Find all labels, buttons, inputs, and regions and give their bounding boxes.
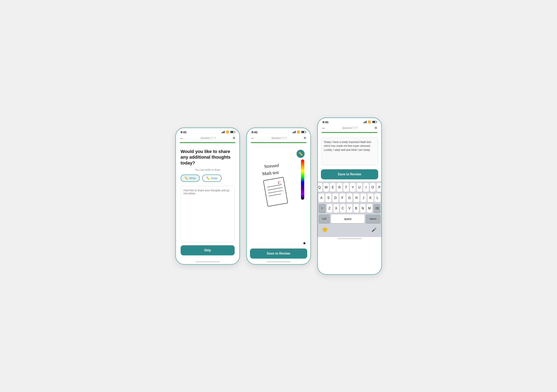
phone-1: 9:41 📶 ← Question 7 / 7 ✕: [175, 128, 240, 265]
key-e[interactable]: E: [330, 183, 336, 192]
back-button-2[interactable]: ←: [251, 136, 255, 140]
close-button-1[interactable]: ✕: [232, 136, 236, 140]
save-btn-container: Save to Review: [318, 167, 381, 181]
status-bar-1: 9:41 📶: [176, 128, 239, 135]
key-f[interactable]: F: [339, 194, 345, 202]
progress-bar-1: [176, 142, 239, 146]
status-icons-2: 📶: [292, 131, 306, 133]
wifi-icon-3: 📶: [368, 121, 371, 123]
keyboard: Q W E R T Y U I O P A S D F G H J K: [318, 181, 381, 237]
key-n[interactable]: N: [360, 204, 366, 213]
close-button-3[interactable]: ✕: [374, 126, 377, 130]
back-button-3[interactable]: ←: [322, 126, 326, 131]
key-b[interactable]: B: [353, 204, 359, 213]
key-d[interactable]: D: [332, 194, 338, 202]
skip-button[interactable]: Skip: [181, 245, 235, 255]
signal-icon-2: [292, 131, 296, 133]
draw-canvas[interactable]: ✏️ Stressed Math test: [250, 147, 307, 245]
draw-button[interactable]: ✏️ Draw: [202, 175, 221, 182]
paper-drawing: C: [263, 177, 288, 206]
key-h[interactable]: H: [353, 194, 360, 202]
nav-title-3: Question 7 / 7: [343, 127, 358, 129]
key-g[interactable]: G: [346, 194, 352, 202]
thoughts-input[interactable]: [181, 186, 235, 242]
key-a[interactable]: A: [318, 194, 324, 202]
save-review-button-2[interactable]: Save to Review: [250, 248, 307, 259]
home-indicator-2: [267, 261, 291, 262]
drawing-svg: Stressed Math test C: [254, 155, 299, 208]
status-time-2: 9:41: [252, 131, 258, 134]
key-w[interactable]: W: [323, 183, 329, 192]
key-i[interactable]: I: [363, 183, 369, 192]
key-q[interactable]: Q: [317, 183, 323, 192]
keyboard-extras-row: 🙂 🎤: [319, 225, 381, 236]
close-button-2[interactable]: ✕: [303, 136, 306, 140]
save-review-button-3[interactable]: Save to Review: [321, 169, 378, 179]
key-l[interactable]: L: [375, 194, 381, 202]
battery-icon-1: [230, 131, 235, 133]
key-x[interactable]: X: [333, 204, 339, 213]
key-s[interactable]: S: [325, 194, 331, 202]
key-t[interactable]: T: [343, 183, 349, 192]
phone-2-bottom: Save to Review: [247, 246, 311, 260]
keyboard-row-2: A S D F G H J K L: [319, 194, 381, 202]
nav-bar-1: ← Question 7 / 7 ✕: [176, 135, 239, 142]
phone-2: 9:41 📶 ← Question 7 / 7 ✕: [246, 128, 311, 265]
key-y[interactable]: Y: [350, 183, 356, 192]
shift-key[interactable]: ⇧: [319, 204, 326, 213]
space-key[interactable]: space: [331, 214, 364, 223]
screens-container: 9:41 📶 ← Question 7 / 7 ✕: [175, 117, 382, 275]
status-icons-1: 📶: [221, 131, 235, 133]
phone-3: 9:41 📶 ← Question 7 / 7 ✕: [317, 117, 382, 275]
write-icon: ✏️: [185, 177, 188, 180]
back-button-1[interactable]: ←: [180, 136, 184, 140]
battery-icon-2: [301, 131, 306, 133]
phone-1-content: Would you like to share any additional t…: [176, 146, 239, 260]
wifi-icon-2: 📶: [297, 131, 300, 133]
write-button[interactable]: ✏️ Write: [181, 175, 200, 182]
emoji-key[interactable]: 🙂: [321, 226, 329, 234]
mode-buttons: ✏️ Write ✏️ Draw: [181, 175, 235, 182]
status-icons-3: 📶: [363, 121, 377, 123]
key-m[interactable]: M: [367, 204, 372, 213]
return-key[interactable]: return: [366, 214, 381, 223]
key-r[interactable]: R: [337, 183, 342, 192]
battery-icon-3: [372, 121, 377, 123]
signal-icon-1: [221, 131, 225, 133]
mic-key[interactable]: 🎤: [370, 226, 378, 234]
wifi-icon-1: 📶: [226, 131, 229, 133]
key-z[interactable]: Z: [327, 204, 332, 213]
key-k[interactable]: K: [368, 194, 374, 202]
text-input-area[interactable]: Today I have a really important Math tes…: [321, 137, 378, 165]
status-bar-2: 9:41 📶: [247, 128, 311, 135]
status-time-3: 9:41: [323, 120, 328, 124]
nav-title-1: Question 7 / 7: [201, 137, 216, 139]
draw-label: Draw: [211, 177, 218, 180]
nav-bar-3: ← Question 7 / 7 ✕: [318, 125, 381, 132]
color-dot: [303, 242, 305, 244]
key-p[interactable]: P: [377, 183, 382, 192]
key-o[interactable]: O: [370, 183, 376, 192]
write-label: Write: [189, 177, 196, 180]
keyboard-row-4: 123 space return: [319, 214, 381, 223]
signal-icon-3: [363, 121, 367, 123]
home-indicator-3: [337, 238, 362, 239]
backspace-key[interactable]: ⌫: [373, 204, 381, 213]
key-j[interactable]: J: [360, 194, 367, 202]
progress-bar-2: [247, 142, 311, 146]
key-u[interactable]: U: [357, 183, 362, 192]
keyboard-row-3: ⇧ Z X C V B N M ⌫: [319, 204, 381, 213]
question-subtitle-1: You can write or draw: [181, 168, 235, 171]
nav-title-2: Question 7 / 7: [271, 137, 287, 139]
nav-bar-2: ← Question 7 / 7 ✕: [247, 135, 311, 142]
status-time-1: 9:41: [181, 131, 187, 134]
progress-bar-3: [318, 132, 381, 135]
key-v[interactable]: V: [347, 204, 352, 213]
color-picker[interactable]: [301, 159, 304, 200]
key-c[interactable]: C: [340, 204, 346, 213]
status-bar-3: 9:41 📶: [318, 118, 381, 125]
home-indicator-1: [196, 261, 220, 262]
numbers-key[interactable]: 123: [319, 214, 330, 223]
keyboard-row-1: Q W E R T Y U I O P: [319, 183, 381, 192]
text-content: Today I have a really important Math tes…: [324, 140, 371, 151]
